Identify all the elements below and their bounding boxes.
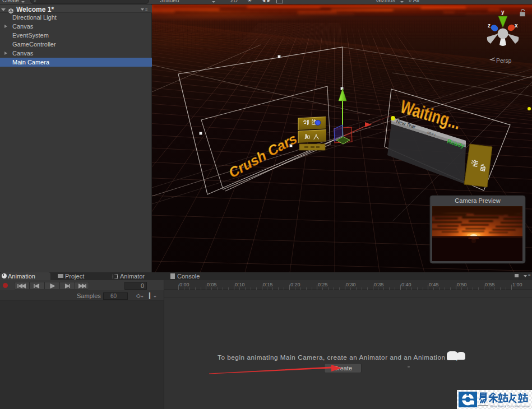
svg-text:z: z: [488, 22, 491, 29]
svg-text:Www.Easck.Com Webmaster: Www.Easck.Com Webmaster: [490, 405, 530, 408]
svg-text:y: y: [501, 9, 505, 15]
svg-text:Persp: Persp: [496, 57, 512, 64]
svg-text:x: x: [515, 22, 518, 29]
svg-text:Camera Preview: Camera Preview: [455, 197, 500, 204]
